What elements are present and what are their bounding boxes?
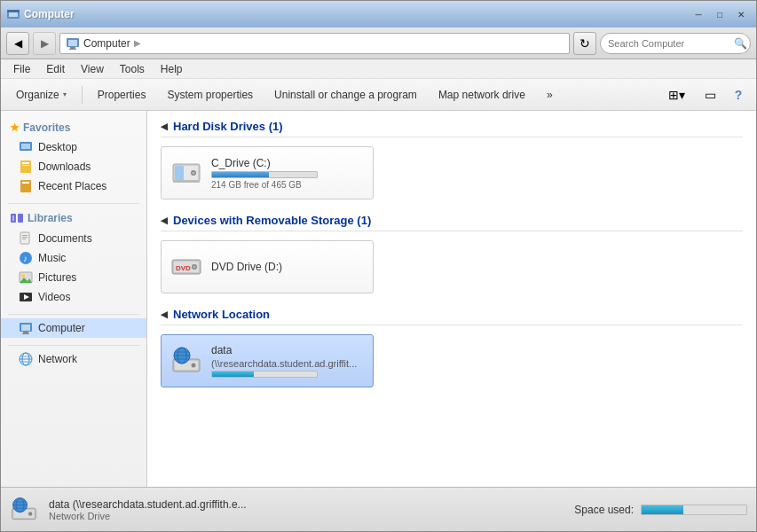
svg-rect-30 xyxy=(23,332,28,333)
videos-icon xyxy=(19,290,33,304)
minimize-button[interactable]: ─ xyxy=(689,6,708,22)
menu-bar: File Edit View Tools Help xyxy=(1,59,756,79)
properties-label: Properties xyxy=(98,89,146,101)
svg-point-58 xyxy=(28,512,32,515)
sidebar-network-section: Network xyxy=(1,349,146,369)
sidebar-item-music[interactable]: ♪ Music xyxy=(1,248,146,268)
sidebar-item-downloads[interactable]: Downloads xyxy=(1,157,146,176)
svg-point-24 xyxy=(21,274,25,278)
desktop-icon xyxy=(19,140,33,154)
removable-triangle: ◀ xyxy=(161,215,168,225)
dvd-drive-name: DVD Drive (D:) xyxy=(211,261,364,273)
title-bar-left: Computer xyxy=(6,7,75,21)
hard-disk-triangle: ◀ xyxy=(161,121,168,131)
hard-disk-header: ◀ Hard Disk Drives (1) xyxy=(161,120,743,137)
libraries-icon xyxy=(10,211,24,225)
sidebar-item-pictures[interactable]: Pictures xyxy=(1,268,146,287)
sidebar-libraries-section: Libraries Documents ♪ Music xyxy=(1,207,146,307)
sidebar-computer-section: Computer xyxy=(1,318,146,338)
organize-label: Organize xyxy=(16,89,59,101)
sidebar-item-computer[interactable]: Computer xyxy=(1,318,146,338)
dvd-drive-icon: DVD xyxy=(170,251,202,283)
svg-text:♪: ♪ xyxy=(23,254,28,263)
svg-point-47 xyxy=(193,266,196,269)
c-drive-bar xyxy=(211,171,318,178)
libraries-label: Libraries xyxy=(28,212,73,224)
sidebar-item-desktop[interactable]: Desktop xyxy=(1,137,146,157)
system-properties-button[interactable]: System properties xyxy=(157,82,263,107)
svg-rect-6 xyxy=(69,49,76,50)
recent-places-icon xyxy=(19,179,33,193)
c-drive-name: C_Drive (C:) xyxy=(211,157,364,169)
sidebar-item-recent[interactable]: Recent Places xyxy=(1,176,146,196)
view-options-button[interactable]: ⊞▾ xyxy=(658,82,694,107)
documents-icon xyxy=(19,231,33,246)
menu-tools[interactable]: Tools xyxy=(113,61,152,77)
svg-rect-10 xyxy=(22,162,29,164)
pictures-icon xyxy=(19,270,33,285)
address-root: Computer xyxy=(83,37,130,50)
network-drive-fill xyxy=(212,372,254,377)
back-button[interactable]: ◀ xyxy=(6,32,29,55)
help-icon: ? xyxy=(735,88,743,102)
downloads-icon xyxy=(19,160,33,174)
back-icon: ◀ xyxy=(14,37,22,50)
menu-edit[interactable]: Edit xyxy=(39,61,72,77)
help-button[interactable]: ? xyxy=(726,82,751,107)
network-section: ◀ Network Location xyxy=(161,308,743,387)
window-icon xyxy=(6,7,20,21)
svg-rect-31 xyxy=(22,333,29,334)
network-grid: data (\\researchdata.student.ad.griffit.… xyxy=(161,334,743,387)
search-box[interactable]: 🔍 xyxy=(600,33,751,54)
status-bar-container xyxy=(641,505,747,515)
sidebar-item-documents[interactable]: Documents xyxy=(1,229,146,248)
forward-icon: ▶ xyxy=(41,37,49,50)
computer-label: Computer xyxy=(38,322,85,334)
svg-point-50 xyxy=(192,364,196,368)
maximize-button[interactable]: □ xyxy=(710,6,729,22)
status-info: data (\\researchdata.student.ad.griffith… xyxy=(49,498,564,521)
svg-rect-42 xyxy=(173,180,200,183)
forward-button[interactable]: ▶ xyxy=(33,32,56,55)
documents-label: Documents xyxy=(38,232,92,245)
svg-rect-20 xyxy=(22,239,26,239)
network-drive-icon xyxy=(170,345,202,377)
map-network-button[interactable]: Map network drive xyxy=(429,82,535,107)
uninstall-button[interactable]: Uninstall or change a program xyxy=(264,82,427,107)
sidebar-item-videos[interactable]: Videos xyxy=(1,287,146,307)
refresh-button[interactable]: ↻ xyxy=(573,32,596,55)
svg-text:DVD: DVD xyxy=(176,264,191,272)
window-title: Computer xyxy=(24,8,75,20)
svg-rect-4 xyxy=(68,40,77,46)
sidebar-favorites-title: ★ Favorites xyxy=(1,118,146,137)
desktop-label: Desktop xyxy=(38,141,77,153)
properties-button[interactable]: Properties xyxy=(88,82,156,107)
network-location-title: Network Location xyxy=(173,308,270,321)
network-drive-name: data xyxy=(211,344,364,356)
hard-disk-title: Hard Disk Drives (1) xyxy=(173,120,283,133)
map-network-label: Map network drive xyxy=(438,89,525,101)
toolbar-separator-1 xyxy=(82,86,83,104)
music-icon: ♪ xyxy=(19,251,33,265)
svg-rect-18 xyxy=(22,235,28,236)
search-input[interactable] xyxy=(608,38,730,49)
svg-rect-17 xyxy=(20,232,29,244)
network-drive-item[interactable]: data (\\researchdata.student.ad.griffit.… xyxy=(161,334,374,387)
dvd-drive-item[interactable]: DVD DVD Drive (D:) xyxy=(161,240,374,293)
c-drive-item[interactable]: C_Drive (C:) 214 GB free of 465 GB xyxy=(161,146,374,200)
menu-help[interactable]: Help xyxy=(154,61,190,77)
close-button[interactable]: ✕ xyxy=(731,6,751,22)
c-drive-fill xyxy=(212,172,269,177)
organize-button[interactable]: Organize ▾ xyxy=(6,82,76,107)
network-icon xyxy=(19,352,33,366)
svg-rect-15 xyxy=(18,214,23,223)
menu-view[interactable]: View xyxy=(74,61,111,77)
address-path[interactable]: Computer ▶ xyxy=(59,33,570,54)
recent-label: Recent Places xyxy=(38,180,106,192)
more-button[interactable]: » xyxy=(537,82,563,107)
menu-file[interactable]: File xyxy=(6,61,37,77)
network-drive-info: data (\\researchdata.student.ad.griffit.… xyxy=(211,344,364,378)
layout-button[interactable]: ▭ xyxy=(698,82,722,107)
sidebar-item-network[interactable]: Network xyxy=(1,349,146,369)
uninstall-label: Uninstall or change a program xyxy=(274,89,417,101)
